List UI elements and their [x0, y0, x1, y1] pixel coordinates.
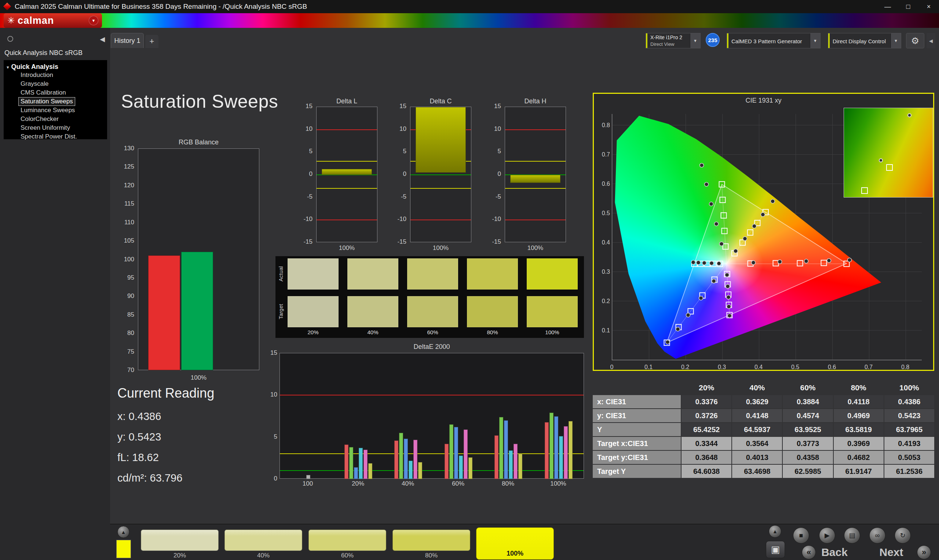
settings-gear-button[interactable]: ⚙ [906, 33, 924, 48]
sidebar-collapse-icon[interactable]: ◀ [100, 35, 105, 43]
refresh-button[interactable]: ↻ [894, 528, 911, 543]
transport-collapse-button[interactable]: ▲ [769, 525, 781, 538]
rgb-balance-chart[interactable]: RGB Balance 100% 13012512011511010510095… [118, 138, 262, 385]
pattern-window-swatch[interactable] [116, 540, 131, 558]
meter-dropdown[interactable]: X-Rite i1Pro 2 Direct View ▼ [646, 33, 701, 48]
swatch-target-80% [467, 296, 518, 327]
workflow-title: Quick Analysis NBC sRGB [5, 49, 108, 57]
tree-root-row[interactable]: ▾Quick Analysis [6, 63, 107, 71]
maximize-button[interactable]: □ [898, 0, 919, 13]
back-button[interactable]: Back [816, 545, 853, 559]
deltae-bar [359, 448, 363, 479]
delta-refline [316, 129, 377, 130]
cie-measured-marker [712, 279, 716, 283]
pattern-button-40%[interactable]: 40% [225, 529, 302, 560]
logo-dropdown-icon[interactable]: ▼ [89, 16, 98, 25]
deltae-bar [504, 420, 508, 479]
table-row-label-x-cie31: x: CIE31 [593, 395, 681, 408]
rgb-ytick: 95 [118, 274, 134, 282]
pattern-collapse-button[interactable]: ▲ [117, 526, 130, 538]
table-cell: 0.3969 [834, 437, 883, 450]
rgb-ytick: 85 [118, 311, 134, 318]
cie-x-tick: 0.3 [711, 364, 733, 371]
deltae-x-label: 100 [293, 480, 322, 488]
deltae-bar [559, 436, 563, 479]
sweep-swatches-panel[interactable]: ActualTarget20%40%60%80%100% [276, 256, 584, 338]
deltae-bar [306, 475, 310, 479]
dropdown-arrow-icon[interactable]: ▼ [810, 33, 820, 48]
sidebar-item-screen-uniformity[interactable]: Screen Uniformity [19, 123, 72, 132]
table-col-header-60%: 60% [783, 381, 833, 394]
meter-dropdown-text: X-Rite i1Pro 2 Direct View [648, 33, 690, 48]
swatch-actual-20% [288, 258, 339, 289]
dropdown-arrow-icon[interactable]: ▼ [891, 33, 901, 48]
delta-chart-delta-l[interactable] [316, 107, 378, 242]
sidebar-item-cms-calibration[interactable]: CMS Calibration [19, 88, 68, 97]
pattern-button-80%[interactable]: 80% [392, 529, 470, 560]
pattern-button-100%[interactable]: 100% [476, 528, 554, 560]
sidebar-item-saturation-sweeps[interactable]: Saturation Sweeps [19, 97, 75, 106]
sidebar-item-colorchecker[interactable]: ColorChecker [19, 115, 61, 123]
cie-measured-marker [710, 261, 714, 265]
table-cell: 0.3884 [783, 395, 833, 408]
table-cell: 63.7965 [884, 423, 934, 436]
next-button-icon[interactable]: » [917, 545, 931, 559]
pattern-window-button[interactable]: ▣ [766, 541, 785, 558]
cie-measured-marker [848, 258, 852, 262]
tree-expander-icon[interactable]: ▾ [6, 65, 9, 70]
add-tab-button[interactable]: + [145, 35, 159, 48]
table-row-label-y-cie31: y: CIE31 [593, 409, 681, 422]
delta-x-label: 100% [316, 245, 378, 252]
tree-root-label[interactable]: Quick Analysis [11, 63, 58, 70]
cie-1931-panel[interactable]: CIE 1931 xy 00.10.20.30.40.50.60.70.80.1… [593, 93, 934, 371]
close-button[interactable]: × [919, 0, 939, 13]
pattern-generator-dropdown[interactable]: CalMED 3 Pattern Generator ▼ [727, 33, 820, 48]
save-button[interactable]: ▤ [844, 528, 860, 543]
titlebar: Calman 2025 Calman Ultimate for Business… [0, 0, 939, 13]
pattern-button-60%[interactable]: 60% [308, 529, 386, 560]
sidebar-item-grayscale[interactable]: Grayscale [19, 80, 51, 88]
cie-measured-marker [717, 262, 721, 266]
sidebar-item-luminance-sweeps[interactable]: Luminance Sweeps [19, 106, 77, 115]
play-button[interactable]: ▶ [819, 528, 835, 543]
meter-status-badge[interactable]: 235 [706, 33, 720, 47]
deltae-plot [279, 353, 584, 478]
table-cell: 64.5937 [732, 423, 782, 436]
deltae-bar [518, 454, 522, 479]
delta-ytick: -10 [296, 215, 313, 223]
display-control-dropdown[interactable]: Direct Display Control ▼ [828, 33, 901, 48]
table-cell: 63.9525 [783, 423, 833, 436]
page-title: Saturation Sweeps [121, 91, 278, 112]
table-cell: 0.4013 [732, 451, 782, 464]
pattern-button-20%[interactable]: 20% [141, 529, 219, 560]
swatch-actual-100% [527, 258, 578, 289]
table-row-label-target-x-cie31: Target x:CIE31 [593, 437, 681, 450]
back-button-icon[interactable]: « [802, 545, 816, 559]
rgb-ytick: 130 [118, 145, 134, 152]
tab-history-1[interactable]: History 1 [111, 33, 144, 48]
rgb-ytick: 115 [118, 200, 134, 208]
calman-logo[interactable]: ✳ calman ▼ [4, 13, 102, 28]
cie-zoom-inset [843, 108, 933, 197]
deltae-2000-chart[interactable]: DeltaE 2000 15105010020%40%60%80%100% [257, 343, 587, 490]
cie-y-tick: 0.3 [595, 269, 610, 276]
tab-history-1-label: History 1 [114, 37, 140, 45]
sidebar-item-spectral-power-dist[interactable]: Spectral Power Dist. [19, 132, 79, 141]
deltae-bar [409, 461, 413, 479]
stop-button[interactable]: ■ [793, 528, 809, 543]
cie-measured-marker [725, 273, 729, 277]
delta-chart-delta-h[interactable] [505, 107, 566, 242]
next-button[interactable]: Next [873, 545, 910, 559]
delta-chart-delta-c[interactable] [410, 107, 471, 242]
swatch-col-label: 60% [407, 329, 458, 337]
loop-button[interactable]: ∞ [869, 528, 885, 543]
delta-ytick: 0 [390, 171, 406, 178]
minimize-button[interactable]: — [877, 0, 898, 13]
dropdown-arrow-icon[interactable]: ▼ [690, 33, 700, 48]
toolbar-collapse-icon[interactable]: ◀ [927, 33, 935, 48]
rgb-bal-plot [138, 148, 259, 370]
delta-ytick: 0 [485, 171, 501, 178]
sidebar-item-introduction[interactable]: Introduction [19, 71, 56, 80]
table-cell: 0.3629 [732, 395, 782, 408]
delta-ytick: -10 [485, 215, 501, 223]
